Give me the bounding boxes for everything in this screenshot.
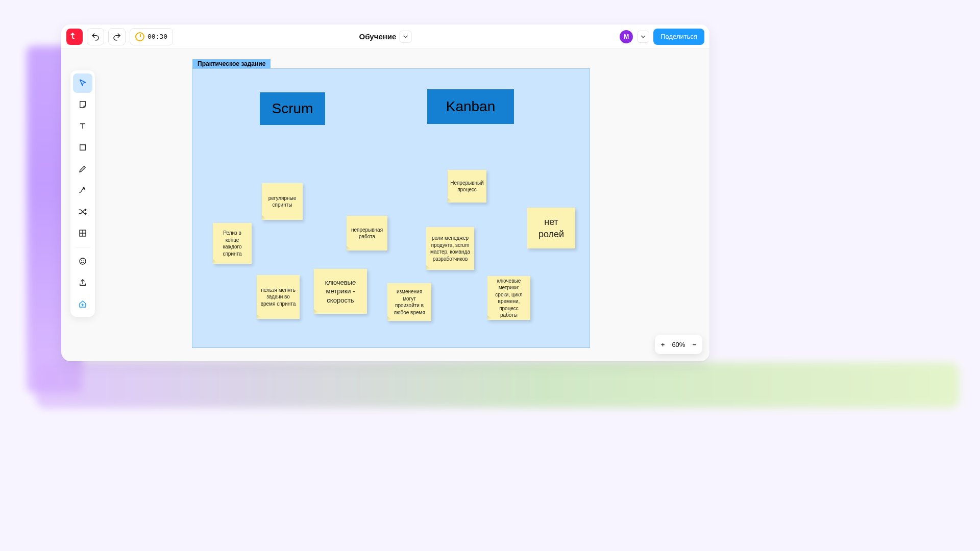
zoom-in-button[interactable]: + — [661, 341, 665, 348]
topbar: 00:30 Обучение M Поделиться — [61, 24, 709, 49]
zoom-control: + 60% − — [655, 335, 702, 354]
sticky-no-roles[interactable]: нет ролей — [527, 208, 575, 248]
board-title-menu[interactable] — [399, 31, 411, 43]
sticky-text: нет ролей — [530, 216, 572, 241]
sticky-metrics-times[interactable]: ключевые метрики: сроки, цикл времени, п… — [487, 276, 530, 320]
sticky-text: роли менеджер продукта, scrum мастер, ко… — [429, 235, 471, 262]
undo-button[interactable] — [87, 28, 104, 45]
sticky-text: Релиз в конце каждого спринта — [216, 230, 249, 257]
timer-chip[interactable]: 00:30 — [130, 28, 173, 45]
sticky-text: регулярные спринты — [265, 195, 300, 209]
share-button[interactable]: Поделиться — [653, 29, 704, 45]
chevron-down-icon — [640, 33, 647, 40]
avatar-letter: M — [624, 33, 629, 40]
sticky-roles[interactable]: роли менеджер продукта, scrum мастер, ко… — [426, 227, 474, 270]
board-frame[interactable]: Scrum Kanban Релиз в конце каждого сприн… — [192, 68, 590, 348]
scrum-header-text: Scrum — [272, 101, 313, 117]
user-avatar[interactable]: M — [620, 30, 633, 43]
sticky-changes-anytime[interactable]: изменения могут произойти в любое время — [387, 283, 431, 321]
kanban-header-card[interactable]: Kanban — [427, 89, 514, 124]
app-window: 00:30 Обучение M Поделиться — [61, 24, 709, 361]
chevron-down-icon — [402, 33, 409, 40]
zoom-level[interactable]: 60% — [672, 341, 685, 348]
sticky-no-task-change[interactable]: нельзя менять задачи во время спринта — [257, 275, 300, 319]
zoom-out-button[interactable]: − — [692, 341, 696, 348]
topbar-right: M Поделиться — [620, 29, 704, 45]
user-menu[interactable] — [637, 31, 649, 43]
frame-label[interactable]: Практическое задание — [192, 59, 271, 68]
sticky-release-each-sprint[interactable]: Релиз в конце каждого спринта — [213, 223, 252, 264]
undo-icon — [91, 32, 100, 41]
redo-button[interactable] — [108, 28, 126, 45]
sticky-text: нельзя менять задачи во время спринта — [260, 287, 297, 308]
sticky-text: изменения могут произойти в любое время — [390, 288, 428, 316]
app-logo[interactable] — [66, 29, 83, 45]
sticky-continuous-work[interactable]: непрерывная работа — [347, 216, 387, 251]
board-title-group: Обучение — [359, 31, 412, 43]
sticky-regular-sprints[interactable]: регулярные спринты — [262, 183, 303, 220]
sticky-metrics-velocity[interactable]: ключевые метрики - скорость — [314, 269, 367, 314]
canvas[interactable]: Практическое задание Scrum Kanban Релиз … — [61, 49, 709, 361]
sticky-text: непрерывная работа — [350, 227, 384, 240]
kanban-header-text: Kanban — [446, 98, 496, 115]
timer-value: 00:30 — [148, 33, 167, 40]
sticky-text: Непрерывный процесс — [450, 180, 484, 193]
logo-icon — [70, 32, 79, 41]
sticky-text: ключевые метрики - скорость — [317, 278, 364, 305]
timer-icon — [135, 32, 144, 41]
sticky-continuous-process[interactable]: Непрерывный процесс — [448, 170, 486, 203]
board-title[interactable]: Обучение — [359, 32, 397, 41]
sticky-text: ключевые метрики: сроки, цикл времени, п… — [491, 278, 527, 319]
scrum-header-card[interactable]: Scrum — [260, 92, 325, 125]
redo-icon — [112, 32, 121, 41]
background-accent-bottom — [36, 362, 960, 408]
